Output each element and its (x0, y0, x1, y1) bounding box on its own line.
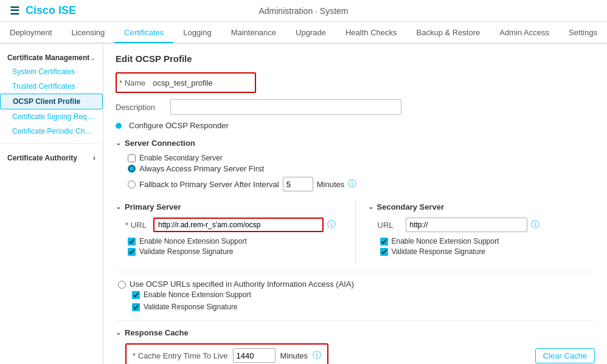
name-label: * Name (119, 78, 145, 88)
sidebar-cert-authority-label: Certificate Authority (7, 154, 77, 162)
clear-cache-wrapper: Clear Cache (341, 348, 595, 363)
sidebar-cert-management-label: Certificate Management (7, 53, 89, 62)
edit-ocsp-title: Edit OCSP Profile (116, 53, 595, 64)
secondary-server-label: Secondary Server (377, 202, 445, 211)
sidebar-item-system-certs[interactable]: System Certificates (0, 64, 103, 79)
subnav-certificates[interactable]: Certificates (114, 22, 173, 43)
cache-row-wrapper: * Cache Entry Time To Live Minutes ⓘ Cle… (125, 343, 595, 364)
aia-content: Use OCSP URLs specified in Authority Inf… (130, 280, 354, 313)
primary-server-label: Primary Server (125, 202, 181, 211)
secondary-nonce-checkbox[interactable] (380, 238, 388, 246)
minutes-label: Minutes (317, 180, 345, 189)
aia-radio[interactable] (118, 281, 126, 289)
primary-url-label: * URL (125, 221, 150, 230)
fallback-row: Fallback to Primary Server After Interva… (128, 177, 595, 191)
always-access-primary-row: Always Access Primary Server First (128, 164, 595, 173)
sidebar-item-ocsp-client[interactable]: OCSP Client Profile (0, 94, 103, 109)
sidebar: Certificate Management ⌄ System Certific… (0, 44, 103, 364)
fallback-radio[interactable] (128, 180, 136, 188)
sidebar-cert-authority-header[interactable]: Certificate Authority › (0, 149, 103, 165)
secondary-server-chevron[interactable]: ⌄ (368, 203, 373, 211)
page-title-bar: Administration · System (258, 6, 348, 16)
aia-validate-label: Validate Response Signature (144, 303, 238, 311)
name-input[interactable] (149, 75, 252, 91)
desc-field-row: Description (116, 99, 595, 115)
separator-1 (116, 272, 595, 272)
blue-dot-icon (116, 123, 122, 129)
secondary-validate-label: Validate Response Signature (392, 247, 486, 256)
server-connection-label: Server Connection (125, 139, 195, 148)
configure-ocsp-row: Configure OCSP Responder (116, 121, 595, 130)
cache-info-icon[interactable]: ⓘ (313, 350, 321, 361)
primary-server-col: ⌄ Primary Server * URL ⓘ Enable Nonce Ex… (116, 200, 343, 264)
main-layout: Certificate Management ⌄ System Certific… (0, 44, 607, 364)
subnav-licensing[interactable]: Licensing (61, 22, 114, 43)
aia-validate-checkbox[interactable] (132, 303, 140, 311)
cache-entry-input[interactable] (233, 348, 276, 363)
secondary-url-input[interactable] (406, 218, 527, 232)
aia-validate-row: Validate Response Signature (132, 303, 354, 311)
always-access-primary-radio[interactable] (128, 165, 136, 173)
primary-url-row: * URL ⓘ (125, 218, 343, 232)
secondary-nonce-row: Enable Nonce Extension Support (380, 237, 595, 246)
primary-url-input[interactable] (153, 218, 324, 232)
chevron-right-icon: › (93, 154, 95, 162)
response-cache-label: Response Cache (125, 328, 189, 337)
aia-nonce-checkbox[interactable] (132, 291, 140, 299)
aia-row: Use OCSP URLs specified in Authority Inf… (118, 280, 595, 313)
secondary-url-label: URL (378, 221, 402, 230)
logo[interactable]: ☰ Cisco ISE (10, 4, 76, 18)
secondary-url-row: URL ⓘ (378, 218, 595, 232)
primary-server-header: ⌄ Primary Server (116, 202, 343, 211)
subnav-settings[interactable]: Settings (559, 22, 607, 43)
sidebar-item-trusted-certs[interactable]: Trusted Certificates (0, 79, 103, 94)
cache-entry-label: * Cache Entry Time To Live (133, 351, 228, 360)
cache-entry-wrapper: * Cache Entry Time To Live Minutes ⓘ (125, 343, 328, 364)
primary-validate-checkbox[interactable] (128, 248, 136, 256)
topbar: ☰ Cisco ISE Administration · System (0, 0, 607, 22)
server-connection-chevron[interactable]: ⌄ (116, 139, 121, 147)
primary-server-content: * URL ⓘ Enable Nonce Extension Support V… (125, 218, 343, 256)
server-col-divider (355, 200, 356, 264)
primary-nonce-checkbox[interactable] (128, 238, 136, 246)
enable-secondary-checkbox[interactable] (128, 154, 136, 162)
fallback-interval-input[interactable] (283, 177, 313, 191)
primary-validate-label: Validate Response Signature (139, 247, 234, 256)
primary-url-info-icon[interactable]: ⓘ (327, 219, 336, 230)
clear-cache-button[interactable]: Clear Cache (535, 348, 595, 363)
primary-server-chevron[interactable]: ⌄ (116, 203, 121, 211)
servers-section: ⌄ Primary Server * URL ⓘ Enable Nonce Ex… (116, 200, 595, 264)
primary-nonce-label: Enable Nonce Extension Support (139, 237, 247, 246)
separator-2 (116, 320, 595, 321)
server-connection-content: Enable Secondary Server Always Access Pr… (125, 154, 595, 191)
secondary-server-content: URL ⓘ Enable Nonce Extension Support Val… (378, 218, 595, 256)
secondary-validate-row: Validate Response Signature (380, 247, 595, 256)
subnav-maintenance[interactable]: Maintenance (221, 22, 286, 43)
response-cache-content: * Cache Entry Time To Live Minutes ⓘ Cle… (125, 343, 595, 364)
info-icon[interactable]: ⓘ (348, 179, 356, 190)
subnav-deployment[interactable]: Deployment (0, 22, 61, 43)
logo-text: Cisco ISE (26, 4, 76, 17)
aia-nonce-label: Enable Nonce Extension Support (144, 290, 251, 299)
primary-nonce-row: Enable Nonce Extension Support (128, 237, 343, 246)
sidebar-item-periodic-check[interactable]: Certificate Periodic Check Se... (0, 124, 103, 139)
secondary-url-info-icon[interactable]: ⓘ (531, 219, 539, 230)
desc-input[interactable] (170, 99, 401, 115)
sidebar-item-csr[interactable]: Certificate Signing Requests (0, 109, 103, 124)
cache-minutes-label: Minutes (280, 351, 308, 360)
sidebar-divider (0, 143, 103, 144)
hamburger-icon[interactable]: ☰ (10, 4, 19, 18)
secondary-validate-checkbox[interactable] (380, 248, 388, 256)
subnav-backup-restore[interactable]: Backup & Restore (407, 22, 490, 43)
subnav-upgrade[interactable]: Upgrade (286, 22, 336, 43)
response-cache-chevron[interactable]: ⌄ (116, 329, 121, 337)
secondary-nonce-label: Enable Nonce Extension Support (392, 237, 499, 246)
aia-nonce-row: Enable Nonce Extension Support (132, 290, 354, 299)
subnav-admin-access[interactable]: Admin Access (490, 22, 559, 43)
subnav: Deployment Licensing Certificates Loggin… (0, 22, 607, 44)
sidebar-cert-management-header[interactable]: Certificate Management ⌄ (0, 49, 103, 64)
aia-label: Use OCSP URLs specified in Authority Inf… (130, 280, 354, 289)
subnav-health-checks[interactable]: Health Checks (336, 22, 407, 43)
subnav-logging[interactable]: Logging (173, 22, 221, 43)
desc-label: Description (116, 103, 170, 112)
